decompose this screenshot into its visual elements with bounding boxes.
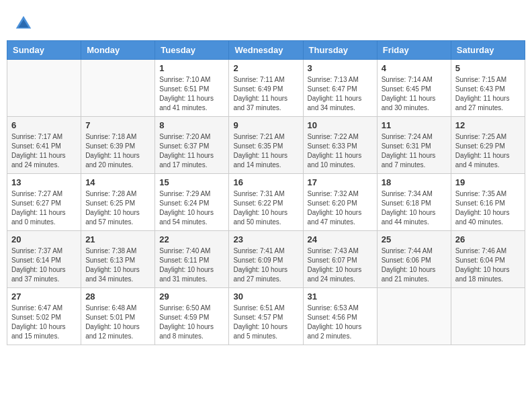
calendar-cell: 10Sunrise: 7:22 AM Sunset: 6:33 PM Dayli…: [303, 117, 377, 174]
calendar-cell: 25Sunrise: 7:44 AM Sunset: 6:06 PM Dayli…: [377, 231, 451, 288]
day-number: 20: [11, 234, 77, 244]
day-info: Sunrise: 7:20 AM Sunset: 6:37 PM Dayligh…: [159, 132, 224, 170]
calendar-cell: 29Sunrise: 6:50 AM Sunset: 4:59 PM Dayli…: [155, 288, 229, 345]
calendar-cell: 7Sunrise: 7:18 AM Sunset: 6:39 PM Daylig…: [81, 117, 155, 174]
day-number: 15: [159, 177, 224, 187]
calendar-cell: [451, 288, 525, 345]
weekday-header: Sunday: [7, 41, 81, 60]
day-info: Sunrise: 7:22 AM Sunset: 6:33 PM Dayligh…: [308, 132, 373, 170]
day-info: Sunrise: 7:46 AM Sunset: 6:04 PM Dayligh…: [455, 246, 521, 284]
calendar-cell: 5Sunrise: 7:15 AM Sunset: 6:43 PM Daylig…: [451, 60, 525, 117]
day-number: 25: [382, 234, 447, 244]
calendar-cell: 17Sunrise: 7:32 AM Sunset: 6:20 PM Dayli…: [303, 174, 377, 231]
day-number: 30: [233, 291, 298, 302]
day-info: Sunrise: 7:24 AM Sunset: 6:31 PM Dayligh…: [382, 132, 447, 170]
weekday-header: Saturday: [451, 41, 525, 60]
page-header: [7, 7, 525, 37]
calendar-cell: 24Sunrise: 7:43 AM Sunset: 6:07 PM Dayli…: [303, 231, 377, 288]
calendar-cell: 20Sunrise: 7:37 AM Sunset: 6:14 PM Dayli…: [7, 231, 81, 288]
calendar-cell: 3Sunrise: 7:13 AM Sunset: 6:47 PM Daylig…: [303, 60, 377, 117]
day-number: 17: [308, 177, 373, 187]
day-info: Sunrise: 7:25 AM Sunset: 6:29 PM Dayligh…: [455, 132, 521, 170]
weekday-header: Thursday: [303, 41, 377, 60]
day-info: Sunrise: 7:17 AM Sunset: 6:41 PM Dayligh…: [11, 132, 77, 170]
day-info: Sunrise: 7:29 AM Sunset: 6:24 PM Dayligh…: [159, 189, 224, 227]
day-number: 23: [233, 234, 298, 244]
day-number: 31: [308, 291, 373, 302]
day-info: Sunrise: 7:21 AM Sunset: 6:35 PM Dayligh…: [233, 132, 298, 170]
logo: [13, 13, 36, 34]
calendar-cell: 16Sunrise: 7:31 AM Sunset: 6:22 PM Dayli…: [229, 174, 303, 231]
day-info: Sunrise: 7:13 AM Sunset: 6:47 PM Dayligh…: [308, 75, 373, 113]
calendar-cell: 19Sunrise: 7:35 AM Sunset: 6:16 PM Dayli…: [451, 174, 525, 231]
day-info: Sunrise: 7:14 AM Sunset: 6:45 PM Dayligh…: [382, 75, 447, 113]
calendar-cell: 27Sunrise: 6:47 AM Sunset: 5:02 PM Dayli…: [7, 288, 81, 345]
day-number: 26: [455, 234, 521, 244]
calendar-cell: 26Sunrise: 7:46 AM Sunset: 6:04 PM Dayli…: [451, 231, 525, 288]
calendar-cell: 28Sunrise: 6:48 AM Sunset: 5:01 PM Dayli…: [81, 288, 155, 345]
day-number: 5: [455, 63, 521, 73]
day-number: 2: [233, 63, 298, 73]
day-number: 29: [159, 291, 224, 302]
day-info: Sunrise: 7:27 AM Sunset: 6:27 PM Dayligh…: [11, 189, 77, 227]
day-number: 13: [11, 177, 77, 187]
day-number: 9: [233, 120, 298, 130]
day-number: 4: [382, 63, 447, 73]
weekday-header: Friday: [377, 41, 451, 60]
calendar-cell: 15Sunrise: 7:29 AM Sunset: 6:24 PM Dayli…: [155, 174, 229, 231]
weekday-header-row: SundayMondayTuesdayWednesdayThursdayFrid…: [7, 41, 525, 60]
day-number: 6: [11, 120, 77, 130]
calendar-cell: 2Sunrise: 7:11 AM Sunset: 6:49 PM Daylig…: [229, 60, 303, 117]
day-number: 7: [85, 120, 150, 130]
calendar-cell: 31Sunrise: 6:53 AM Sunset: 4:56 PM Dayli…: [303, 288, 377, 345]
calendar-cell: 23Sunrise: 7:41 AM Sunset: 6:09 PM Dayli…: [229, 231, 303, 288]
calendar-cell: 30Sunrise: 6:51 AM Sunset: 4:57 PM Dayli…: [229, 288, 303, 345]
day-info: Sunrise: 7:44 AM Sunset: 6:06 PM Dayligh…: [382, 246, 447, 284]
day-info: Sunrise: 6:50 AM Sunset: 4:59 PM Dayligh…: [159, 304, 224, 341]
day-number: 27: [11, 291, 77, 302]
day-number: 19: [455, 177, 521, 187]
calendar-cell: 14Sunrise: 7:28 AM Sunset: 6:25 PM Dayli…: [81, 174, 155, 231]
day-number: 10: [308, 120, 373, 130]
calendar-cell: [7, 60, 81, 117]
calendar-cell: 13Sunrise: 7:27 AM Sunset: 6:27 PM Dayli…: [7, 174, 81, 231]
day-info: Sunrise: 7:31 AM Sunset: 6:22 PM Dayligh…: [233, 189, 298, 227]
calendar-cell: 8Sunrise: 7:20 AM Sunset: 6:37 PM Daylig…: [155, 117, 229, 174]
day-number: 24: [308, 234, 373, 244]
day-info: Sunrise: 7:32 AM Sunset: 6:20 PM Dayligh…: [308, 189, 373, 227]
weekday-header: Tuesday: [155, 41, 229, 60]
calendar-week-row: 20Sunrise: 7:37 AM Sunset: 6:14 PM Dayli…: [7, 231, 525, 288]
day-info: Sunrise: 7:40 AM Sunset: 6:11 PM Dayligh…: [159, 246, 224, 284]
day-number: 8: [159, 120, 224, 130]
day-info: Sunrise: 7:37 AM Sunset: 6:14 PM Dayligh…: [11, 246, 77, 284]
day-number: 12: [455, 120, 521, 130]
weekday-header: Wednesday: [229, 41, 303, 60]
calendar-week-row: 1Sunrise: 7:10 AM Sunset: 6:51 PM Daylig…: [7, 60, 525, 117]
day-number: 11: [382, 120, 447, 130]
weekday-header: Monday: [81, 41, 155, 60]
day-info: Sunrise: 6:47 AM Sunset: 5:02 PM Dayligh…: [11, 304, 77, 341]
day-info: Sunrise: 7:10 AM Sunset: 6:51 PM Dayligh…: [159, 75, 224, 113]
day-info: Sunrise: 7:41 AM Sunset: 6:09 PM Dayligh…: [233, 246, 298, 284]
day-info: Sunrise: 7:35 AM Sunset: 6:16 PM Dayligh…: [455, 189, 521, 227]
day-info: Sunrise: 7:43 AM Sunset: 6:07 PM Dayligh…: [308, 246, 373, 284]
calendar-cell: 12Sunrise: 7:25 AM Sunset: 6:29 PM Dayli…: [451, 117, 525, 174]
day-number: 3: [308, 63, 373, 73]
calendar-week-row: 13Sunrise: 7:27 AM Sunset: 6:27 PM Dayli…: [7, 174, 525, 231]
day-number: 16: [233, 177, 298, 187]
calendar-cell: 22Sunrise: 7:40 AM Sunset: 6:11 PM Dayli…: [155, 231, 229, 288]
calendar-cell: 6Sunrise: 7:17 AM Sunset: 6:41 PM Daylig…: [7, 117, 81, 174]
calendar-cell: 21Sunrise: 7:38 AM Sunset: 6:13 PM Dayli…: [81, 231, 155, 288]
day-number: 22: [159, 234, 224, 244]
day-info: Sunrise: 7:11 AM Sunset: 6:49 PM Dayligh…: [233, 75, 298, 113]
day-info: Sunrise: 7:28 AM Sunset: 6:25 PM Dayligh…: [85, 189, 150, 227]
calendar-cell: 9Sunrise: 7:21 AM Sunset: 6:35 PM Daylig…: [229, 117, 303, 174]
calendar-cell: 18Sunrise: 7:34 AM Sunset: 6:18 PM Dayli…: [377, 174, 451, 231]
day-info: Sunrise: 7:15 AM Sunset: 6:43 PM Dayligh…: [455, 75, 521, 113]
day-number: 18: [382, 177, 447, 187]
day-number: 21: [85, 234, 150, 244]
calendar-cell: [377, 288, 451, 345]
day-info: Sunrise: 6:51 AM Sunset: 4:57 PM Dayligh…: [233, 304, 298, 341]
day-info: Sunrise: 6:48 AM Sunset: 5:01 PM Dayligh…: [85, 304, 150, 341]
day-number: 1: [159, 63, 224, 73]
